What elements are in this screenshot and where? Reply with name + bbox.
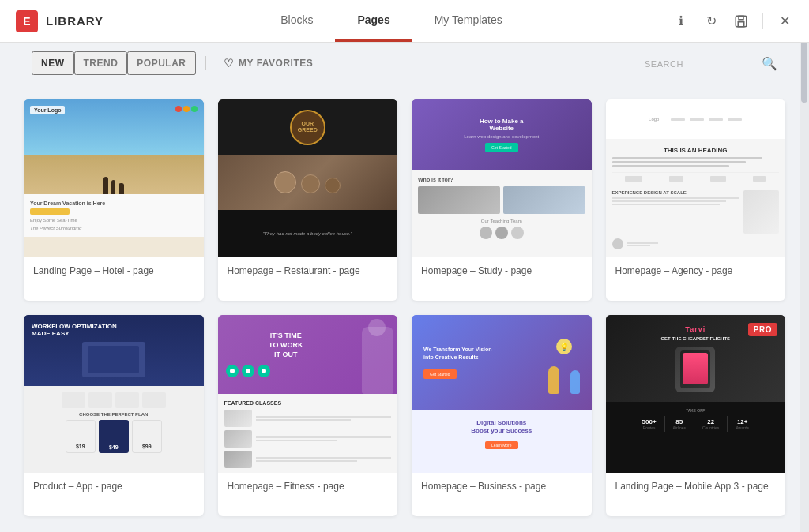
thumbnail-fitness: IT'S TIMETO WORKIT OUT xyxy=(218,315,398,473)
header: E LIBRARY Blocks Pages My Templates ℹ ↻ … xyxy=(0,0,809,43)
scrollbar-thumb[interactable] xyxy=(801,39,807,103)
save-icon[interactable] xyxy=(732,13,750,30)
filter-popular[interactable]: POPULAR xyxy=(127,51,195,75)
close-icon[interactable]: ✕ xyxy=(776,13,793,30)
favorites-button[interactable]: ♡ MY FAVORITES xyxy=(216,52,322,74)
search-area: 🔍 xyxy=(645,56,777,71)
filter-divider xyxy=(205,56,206,70)
card-label-agency: Homepage – Agency - page xyxy=(606,257,786,284)
main-nav: Blocks Pages My Templates xyxy=(111,0,672,42)
template-card-app[interactable]: WORKFLOW OPTIMIZATIONMADE EASY xyxy=(24,315,204,516)
search-input[interactable] xyxy=(645,58,755,69)
card-label-study: Homepage – Study - page xyxy=(412,257,592,284)
header-actions: ℹ ↻ ✕ xyxy=(672,13,793,30)
thumbnail-mobile: PRO Tarvi GET THE CHEAPEST FLIGHTS TAKE … xyxy=(606,315,786,473)
template-card-business[interactable]: We Transform Your Visioninto Creative Re… xyxy=(412,315,592,516)
filter-bar: NEW TREND POPULAR ♡ MY FAVORITES 🔍 xyxy=(0,43,809,84)
refresh-icon[interactable]: ↻ xyxy=(702,13,720,30)
svg-rect-2 xyxy=(738,21,744,26)
thumbnail-business: We Transform Your Visioninto Creative Re… xyxy=(412,315,592,473)
scrollbar-track[interactable] xyxy=(800,0,809,532)
logo-area: E LIBRARY xyxy=(16,10,111,32)
templates-grid: Your Dream Vacation is Here Enjoy Some S… xyxy=(0,84,809,532)
filter-trend[interactable]: TREND xyxy=(74,51,128,75)
library-title: LIBRARY xyxy=(46,14,103,28)
svg-rect-1 xyxy=(739,16,743,20)
pro-badge: PRO xyxy=(748,323,777,336)
thumbnail-agency: Logo THIS IS AN HEADING xyxy=(606,99,786,257)
heart-icon: ♡ xyxy=(224,57,235,69)
thumbnail-study: How to Make aWebsite Learn web design an… xyxy=(412,99,592,257)
template-card-restaurant[interactable]: OURGREED "They had not made a body coffe… xyxy=(218,99,398,301)
template-card-fitness[interactable]: IT'S TIMETO WORKIT OUT xyxy=(218,315,398,516)
card-label-app: Product – App - page xyxy=(24,473,204,500)
tab-blocks[interactable]: Blocks xyxy=(258,0,335,42)
template-card-hotel[interactable]: Your Dream Vacation is Here Enjoy Some S… xyxy=(24,99,204,301)
card-label-hotel: Landing Page – Hotel - page xyxy=(24,257,204,284)
template-card-mobile[interactable]: PRO Tarvi GET THE CHEAPEST FLIGHTS TAKE … xyxy=(606,315,786,516)
tab-my-templates[interactable]: My Templates xyxy=(412,0,525,42)
search-icon[interactable]: 🔍 xyxy=(762,56,777,71)
thumbnail-hotel: Your Dream Vacation is Here Enjoy Some S… xyxy=(24,99,204,257)
thumbnail-restaurant: OURGREED "They had not made a body coffe… xyxy=(218,99,398,257)
elementor-logo: E xyxy=(16,10,38,32)
header-divider xyxy=(762,13,763,29)
card-label-fitness: Homepage – Fitness - page xyxy=(218,473,398,500)
tab-pages[interactable]: Pages xyxy=(335,0,412,42)
study-title: How to Make aWebsite xyxy=(480,118,524,132)
card-label-restaurant: Homepage – Restaurant - page xyxy=(218,257,398,284)
card-label-business: Homepage – Business - page xyxy=(412,473,592,500)
filter-new[interactable]: NEW xyxy=(32,51,74,75)
template-card-agency[interactable]: Logo THIS IS AN HEADING xyxy=(606,99,786,301)
info-icon[interactable]: ℹ xyxy=(672,13,690,30)
card-label-mobile: Landing Page – Mobile App 3 - page xyxy=(606,473,786,500)
thumbnail-app: WORKFLOW OPTIMIZATIONMADE EASY xyxy=(24,315,204,473)
template-card-study[interactable]: How to Make aWebsite Learn web design an… xyxy=(412,99,592,301)
